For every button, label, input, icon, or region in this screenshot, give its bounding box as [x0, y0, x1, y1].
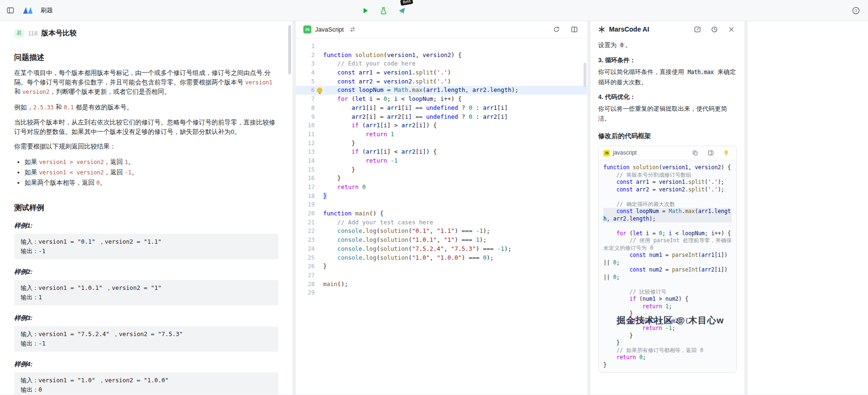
- text-run: 和: [14, 88, 22, 95]
- code-line[interactable]: 21 // Add your test cases here: [296, 218, 587, 227]
- editor-header: JS JavaScript: [296, 21, 587, 38]
- svg-text:?: ?: [854, 8, 857, 13]
- code-line[interactable]: 22 console.log(solution("0.1", "1.1") ==…: [296, 227, 587, 236]
- code-line[interactable]: 23 console.log(solution("1.0.1", "1") ==…: [296, 236, 587, 245]
- left-scrollbar-thumb[interactable]: [288, 25, 291, 74]
- line-number: 6: [296, 86, 315, 95]
- ai-item-title: 3. 循环条件：: [598, 55, 737, 65]
- code-line[interactable]: 3 // Edit your code here: [296, 59, 587, 68]
- line-number: 23: [296, 236, 315, 245]
- ai-code-line: // 确定循环的最大次数: [603, 201, 732, 208]
- ai-header: MarsCode AI: [591, 21, 744, 37]
- example-input: 输入：version1 = "7.5.2.4" ，version2 = "7.5…: [21, 329, 272, 339]
- code-editor[interactable]: 12function solution(version1, version2) …: [296, 38, 587, 297]
- example-label: 样例1:: [14, 222, 278, 230]
- code-line[interactable]: 27: [296, 271, 587, 280]
- line-number: 7: [296, 95, 315, 104]
- ai-code-body: function solution(version1, version2) { …: [599, 160, 736, 372]
- editor-scrollbar-thumb[interactable]: [584, 63, 586, 87]
- marscode-logo: [22, 6, 35, 15]
- apply-suggestion-icon[interactable]: [720, 148, 732, 159]
- insert-code-icon[interactable]: [705, 148, 716, 159]
- example-output: 输出：-1: [21, 339, 272, 348]
- description-heading: 问题描述: [14, 53, 278, 63]
- code-line[interactable]: 28main();: [296, 280, 587, 289]
- new-chat-icon[interactable]: [692, 24, 703, 35]
- example-block: 输入：version1 = "1.0" ，version2 = "1.0.0"输…: [14, 372, 278, 395]
- line-number: 10: [296, 121, 315, 130]
- code-line[interactable]: 5 const arr2 = version2.split('.'): [296, 77, 587, 86]
- right-empty-area: [748, 21, 868, 395]
- code-line[interactable]: 17 return 0: [296, 183, 587, 192]
- code-line[interactable]: 29: [296, 288, 587, 297]
- line-number: 8: [296, 104, 315, 113]
- run-tests-button[interactable]: [378, 5, 389, 16]
- text-run: ，返回: [104, 169, 125, 176]
- text-run: 你需要根据以下规则返回比较结果：: [14, 143, 116, 150]
- code-line[interactable]: 10 if (arr1[i] > arr2[i]) {: [296, 121, 587, 130]
- examples-list: 样例1:输入：version1 = "0.1" ，version2 = "1.1…: [14, 222, 278, 395]
- code-line[interactable]: 2function solution(version1, version2) {: [296, 51, 587, 60]
- code-line[interactable]: 8 arr1[i] = arr1[i] == undefined ? 0 : a…: [296, 104, 587, 113]
- code-line[interactable]: 25 console.log(solution("1.0", "1.0.0") …: [296, 254, 587, 263]
- text-run: 如果: [25, 169, 39, 176]
- history-icon[interactable]: [709, 24, 720, 35]
- code-line[interactable]: 24 console.log(solution("7.5.2.4", "7.5.…: [296, 245, 587, 254]
- code-line[interactable]: 13 if (arr1[i] < arr2[i]) {: [296, 148, 587, 156]
- ai-code-line: // 将版本号分割成修订号数组: [603, 172, 732, 179]
- paragraph: 在某个项目中，每个版本都用版本号标记，由一个或多个修订号组成，修订号之间由点号.…: [14, 68, 278, 97]
- examples-heading: 测试样例: [14, 203, 278, 213]
- ai-code-line: if (num1 > num2) {: [603, 296, 732, 303]
- ai-code-line: function solution(version1, version2) {: [603, 164, 732, 172]
- ai-message: 设置为 0。 3. 循环条件： 你可以简化循环条件，直接使用 Math.max …: [591, 37, 744, 378]
- code-line[interactable]: 15 }: [296, 165, 587, 174]
- code-line[interactable]: 1: [296, 42, 587, 51]
- reset-code-icon[interactable]: [551, 24, 562, 35]
- paragraph: 例如，2.5.33 和 0.1 都是有效的版本号。: [14, 103, 278, 113]
- line-number: 15: [296, 165, 315, 174]
- code-line[interactable]: 14 return -1: [296, 156, 587, 165]
- inline-code: version1 < version2: [39, 169, 104, 176]
- close-icon[interactable]: [726, 24, 737, 35]
- run-button[interactable]: [359, 5, 371, 16]
- ai-code-language: javascript: [613, 148, 637, 158]
- code-line[interactable]: 19: [296, 200, 587, 209]
- text-run: 当比较两个版本时，从左到右依次比较它们的修订号。忽略每个修订号的前导零，直接比较…: [14, 119, 275, 135]
- line-number: 25: [296, 254, 315, 263]
- code-line[interactable]: 4 const arr1 = version1.split('.'): [296, 68, 587, 77]
- beta-badge: Beta: [400, 0, 413, 6]
- line-number: 21: [296, 218, 315, 227]
- code-line[interactable]: 26}: [296, 262, 587, 271]
- ai-title: MarsCode AI: [609, 25, 649, 33]
- inline-code: 0.1: [64, 104, 74, 111]
- ai-code-line: }: [603, 310, 732, 318]
- code-line[interactable]: 6 const loopNum = Math.max(arr1.length, …: [296, 86, 587, 95]
- ai-code-line: // 使用 parseInt 处理前导零，并确保未定义的修订号为 0: [603, 237, 732, 252]
- text-run: 如果两个版本相等，返回: [25, 179, 96, 186]
- code-line[interactable]: 16 }: [296, 174, 587, 183]
- sidebar-toggle-icon[interactable]: [5, 5, 16, 16]
- example-input: 输入：version1 = "1.0.1" ，version2 = "1": [21, 283, 272, 293]
- ai-text: 你可以简化循环条件，直接使用 Math.max 来确定循环的最大次数。: [598, 67, 737, 87]
- submit-button[interactable]: [396, 5, 408, 16]
- ai-code-block: JS javascript: [598, 146, 737, 373]
- code-line[interactable]: 20function main() {: [296, 209, 587, 218]
- split-view-icon[interactable]: [568, 24, 580, 35]
- help-icon[interactable]: ?: [850, 5, 861, 16]
- language-swap-icon[interactable]: [347, 24, 359, 35]
- text-run: 在某个项目中，每个版本都用版本号标记，由一个或多个修订号组成，修订号之间由点号.…: [14, 69, 271, 86]
- example-block: 输入：version1 = "1.0.1" ，version2 = "1"输出：…: [14, 280, 278, 305]
- text-run: 。: [100, 179, 107, 186]
- line-number: 16: [296, 174, 315, 183]
- code-line[interactable]: 11 return 1: [296, 130, 587, 139]
- inline-code: 1: [125, 159, 128, 165]
- line-number: 22: [296, 227, 315, 236]
- ai-text: 你可以将一些重复的逻辑提取出来，使代码更简洁。: [598, 104, 737, 123]
- code-line[interactable]: 12 }: [296, 139, 587, 148]
- code-line[interactable]: 9 arr2[i] = arr2[i] == undefined ? 0 : a…: [296, 113, 587, 122]
- code-line[interactable]: 7 for (let i = 0; i < loopNum; i++) {: [296, 95, 587, 104]
- ai-code-line: }: [603, 362, 732, 369]
- code-line[interactable]: 18}: [296, 192, 587, 201]
- ai-code-line: // 如果所有修订号都相等，返回 0: [603, 347, 732, 354]
- copy-code-icon[interactable]: [689, 148, 701, 159]
